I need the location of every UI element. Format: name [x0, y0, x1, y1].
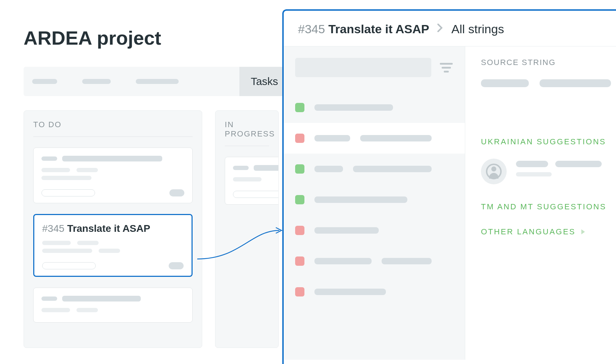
- string-text-placeholder: [360, 135, 432, 141]
- card-title-placeholder: [62, 296, 141, 301]
- meta-placeholder: [77, 241, 99, 245]
- string-text-placeholder: [314, 166, 343, 172]
- search-input[interactable]: [295, 58, 431, 77]
- task-card[interactable]: [33, 148, 193, 203]
- meta-placeholder: [76, 168, 98, 172]
- tab-tasks[interactable]: Tasks: [239, 67, 289, 96]
- card-tag-outline: [233, 191, 279, 198]
- status-indicator-approved: [295, 103, 304, 112]
- meta-placeholder: [42, 249, 92, 253]
- meta-placeholder: [42, 241, 71, 245]
- column-header: IN PROGRESS: [225, 120, 269, 146]
- status-indicator-untranslated: [295, 287, 304, 296]
- task-card[interactable]: [225, 157, 279, 205]
- strings-list-panel: [284, 46, 465, 360]
- card-tag-outline: [42, 262, 96, 269]
- string-row[interactable]: [295, 184, 453, 215]
- triangle-right-icon: [581, 229, 585, 234]
- other-languages-label[interactable]: OTHER LANGUAGES: [481, 227, 576, 236]
- card-id-placeholder: [233, 166, 249, 170]
- kanban-column-todo: TO DO: [24, 110, 202, 348]
- status-indicator-approved: [295, 164, 304, 174]
- tab-placeholder[interactable]: [82, 79, 111, 84]
- task-breadcrumb-title[interactable]: #345 Translate it ASAP: [298, 22, 429, 36]
- string-row[interactable]: [295, 215, 453, 246]
- string-text-placeholder: [353, 166, 432, 172]
- task-card[interactable]: [33, 288, 193, 323]
- card-id-placeholder: [41, 156, 57, 161]
- source-text-placeholder: [540, 79, 611, 87]
- tm-suggestions-label: TM AND MT SUGGESTIONS: [481, 202, 616, 211]
- string-text-placeholder: [314, 104, 393, 111]
- card-title-placeholder: [62, 156, 162, 161]
- string-row[interactable]: [295, 154, 453, 184]
- card-tag-outline: [41, 189, 95, 196]
- meta-placeholder: [41, 176, 91, 180]
- tabs-bar: Tasks: [24, 67, 289, 96]
- string-text-placeholder: [314, 258, 372, 264]
- string-row[interactable]: [295, 276, 453, 307]
- status-indicator-approved: [295, 195, 304, 204]
- task-card-selected[interactable]: #345 Translate it ASAP: [33, 214, 193, 277]
- string-detail-panel: SOURCE STRING UKRAINIAN SUGGESTIONS: [465, 46, 616, 360]
- status-indicator-untranslated: [295, 134, 304, 143]
- ukrainian-suggestions-label: UKRAINIAN SUGGESTIONS: [481, 137, 616, 146]
- source-string-label: SOURCE STRING: [481, 58, 616, 67]
- card-title-placeholder: [254, 165, 279, 171]
- filter-icon[interactable]: [439, 63, 453, 73]
- string-row-active[interactable]: [284, 123, 465, 154]
- editor-panel: #345 Translate it ASAP All strings: [282, 9, 616, 364]
- string-text-placeholder: [314, 227, 379, 234]
- meta-placeholder: [76, 308, 98, 312]
- card-id-placeholder: [41, 296, 57, 301]
- card-tag: [169, 262, 184, 269]
- source-text-placeholder: [481, 79, 529, 87]
- project-title: ARDEA project: [24, 27, 282, 49]
- string-row[interactable]: [295, 92, 453, 123]
- string-text-placeholder: [314, 135, 350, 141]
- meta-placeholder: [41, 168, 70, 172]
- meta-placeholder: [99, 249, 120, 253]
- column-header: TO DO: [33, 120, 193, 137]
- status-indicator-untranslated: [295, 256, 304, 266]
- tab-placeholder[interactable]: [136, 79, 179, 84]
- tab-placeholder[interactable]: [32, 79, 57, 84]
- string-text-placeholder: [382, 258, 432, 264]
- card-tag: [169, 189, 184, 196]
- meta-placeholder: [233, 177, 262, 181]
- breadcrumb-current[interactable]: All strings: [451, 22, 504, 36]
- card-title: #345 Translate it ASAP: [42, 223, 150, 234]
- suggestion-meta-placeholder: [516, 172, 552, 176]
- chevron-right-icon: [437, 23, 443, 35]
- editor-header: #345 Translate it ASAP All strings: [284, 11, 616, 46]
- user-avatar-icon: [481, 159, 507, 184]
- string-text-placeholder: [314, 196, 407, 203]
- string-row[interactable]: [295, 246, 453, 276]
- kanban-column-inprogress: IN PROGRESS: [215, 110, 279, 348]
- suggestion-item[interactable]: [481, 159, 616, 184]
- suggestion-text-placeholder: [516, 161, 548, 167]
- string-text-placeholder: [314, 289, 386, 295]
- meta-placeholder: [41, 308, 70, 312]
- status-indicator-untranslated: [295, 226, 304, 235]
- suggestion-text-placeholder: [555, 161, 602, 167]
